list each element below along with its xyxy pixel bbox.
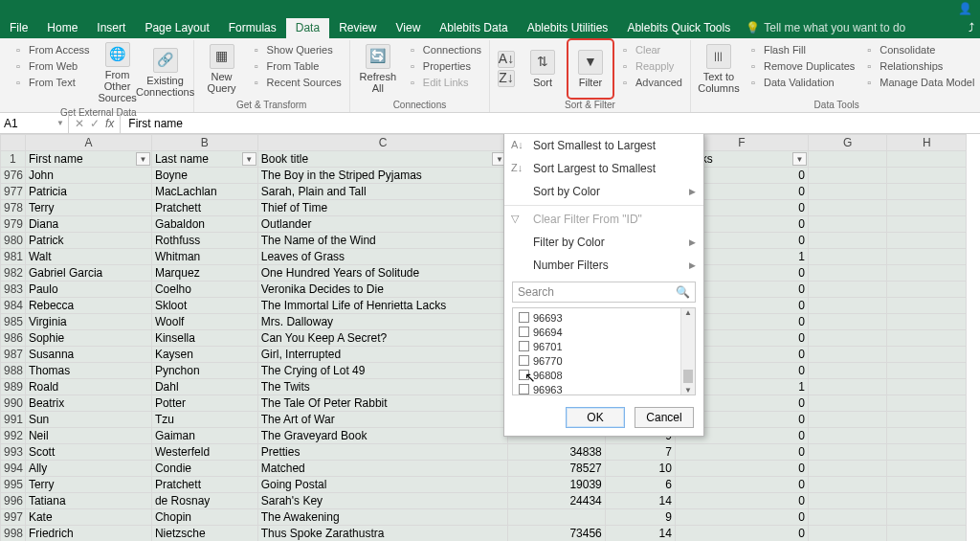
checkbox-icon[interactable] <box>519 327 529 337</box>
recent-sources-item[interactable]: ▫Recent Sources <box>248 75 344 90</box>
filter-values-list[interactable]: 966939669496701967709680896963 (Blanks) … <box>512 307 696 395</box>
table-row[interactable]: 986SophieKinsellaCan You Keep A Secret?1… <box>1 330 967 347</box>
checkbox-icon[interactable] <box>519 341 529 351</box>
show-queries-item[interactable]: ▫Show Queries <box>248 42 344 57</box>
filter-value-item[interactable]: 96693 <box>515 310 693 325</box>
filter-dropdown-icon[interactable]: ▼ <box>136 152 150 166</box>
sort-by-color-item[interactable]: Sort by Color▶ <box>504 180 703 203</box>
flash-fill-item[interactable]: ▫Flash Fill <box>745 42 857 57</box>
consolidate-item[interactable]: ▫Consolidate <box>860 42 976 57</box>
row-header[interactable]: 977 <box>1 184 26 200</box>
number-filters-item[interactable]: Number Filters▶ <box>504 254 703 277</box>
table-row[interactable]: 993ScottWesterfeldPretties3483870 <box>1 444 967 461</box>
from-text-item[interactable]: ▫From Text <box>10 75 92 90</box>
row-header[interactable]: 994 <box>1 461 26 477</box>
table-row[interactable]: 980PatrickRothfussThe Name of the Wind10 <box>1 233 967 249</box>
table-row[interactable]: 995TerryPratchettGoing Postal1903960 <box>1 477 967 493</box>
relationships-item[interactable]: ▫Relationships <box>860 58 976 74</box>
tab-page-layout[interactable]: Page Layout <box>135 18 218 38</box>
row-header[interactable]: 976 <box>1 168 26 184</box>
row-header[interactable]: 993 <box>1 444 26 461</box>
table-row[interactable]: 989RoaldDahlThe Twits101 <box>1 379 967 395</box>
select-all-corner[interactable] <box>1 135 26 151</box>
col-header-H[interactable]: H <box>887 135 967 151</box>
advanced-item[interactable]: ▫Advanced <box>616 75 684 90</box>
table-row[interactable]: 996Tatianade RosnaySarah's Key24434140 <box>1 493 967 509</box>
row-header[interactable]: 982 <box>1 265 26 282</box>
table-header-first-name[interactable]: First name▼ <box>25 151 151 168</box>
table-row[interactable]: 998FriedrichNietzscheThus Spoke Zarathus… <box>1 526 967 542</box>
from-web-item[interactable]: ▫From Web <box>10 58 92 74</box>
checkbox-icon[interactable] <box>519 312 529 323</box>
checkbox-icon[interactable] <box>519 370 529 380</box>
table-row[interactable]: 976JohnBoyneThe Boy in the Striped Pyjam… <box>1 168 967 184</box>
filter-value-item[interactable]: 96701 <box>515 339 693 353</box>
cancel-formula-icon[interactable]: ✕ <box>75 117 84 130</box>
fx-icon[interactable]: fx <box>105 117 114 130</box>
tab-data[interactable]: Data <box>286 18 329 38</box>
from-table-item[interactable]: ▫From Table <box>248 58 344 74</box>
table-row[interactable]: 985VirginiaWoolfMrs. Dalloway50 <box>1 314 967 330</box>
scrollbar[interactable]: ▲ ▼ <box>680 308 695 394</box>
share-icon[interactable]: ⤴ <box>969 21 974 34</box>
table-row[interactable]: 978TerryPratchettThief of Time30 <box>1 200 967 216</box>
refresh-all-button[interactable]: 🔄 Refresh All <box>356 40 400 98</box>
row-header[interactable]: 984 <box>1 298 26 314</box>
tab-view[interactable]: View <box>387 18 431 38</box>
table-row[interactable]: 990BeatrixPotterThe Tale Of Peter Rabbit… <box>1 395 967 412</box>
row-header[interactable]: 986 <box>1 330 26 347</box>
tab-review[interactable]: Review <box>329 18 386 38</box>
row-header[interactable]: 985 <box>1 314 26 330</box>
table-row[interactable]: 982Gabriel GarciaMarquezOne Hundred Year… <box>1 265 967 282</box>
tell-me[interactable]: 💡 Tell me what you want to do <box>746 21 905 34</box>
table-row[interactable]: 992NeilGaimanThe Graveyard Book90 <box>1 428 967 444</box>
table-row[interactable]: 987SusannaKaysenGirl, Interrupted10 <box>1 347 967 363</box>
sort-smallest-item[interactable]: A↓ Sort Smallest to Largest <box>504 134 703 157</box>
formula-input[interactable]: First name <box>121 117 980 130</box>
remove-duplicates-item[interactable]: ▫Remove Duplicates <box>745 58 857 74</box>
filter-value-item[interactable]: 96808 <box>515 368 693 382</box>
cancel-button[interactable]: Cancel <box>635 407 694 428</box>
tab-insert[interactable]: Insert <box>87 18 135 38</box>
table-row[interactable]: 979DianaGabaldonOutlander180 <box>1 216 967 233</box>
row-header[interactable]: 981 <box>1 249 26 265</box>
properties-item[interactable]: ▫Properties <box>404 58 483 74</box>
tab-formulas[interactable]: Formulas <box>219 18 286 38</box>
filter-value-item[interactable]: 96770 <box>515 353 693 368</box>
scroll-down-icon[interactable]: ▼ <box>681 386 695 394</box>
connections-item[interactable]: ▫Connections <box>404 42 483 57</box>
account-icon[interactable]: 👤 <box>958 2 972 15</box>
row-header[interactable]: 991 <box>1 412 26 428</box>
from-access-item[interactable]: ▫From Access <box>10 42 92 57</box>
table-row[interactable]: 984RebeccaSklootThe Immortal Life of Hen… <box>1 298 967 314</box>
row-header[interactable]: 998 <box>1 526 26 542</box>
row-header[interactable]: 989 <box>1 379 26 395</box>
row-header[interactable]: 983 <box>1 282 26 298</box>
row-header[interactable]: 992 <box>1 428 26 444</box>
filter-button[interactable]: ▼ Filter <box>568 40 612 98</box>
col-header-G[interactable]: G <box>808 135 887 151</box>
scroll-thumb[interactable] <box>683 370 693 383</box>
checkbox-icon[interactable] <box>519 355 529 366</box>
worksheet[interactable]: ABCDEFGH 1First name▼Last name▼Book titl… <box>0 134 980 541</box>
checkbox-icon[interactable] <box>519 384 529 394</box>
filter-value-item[interactable]: 96963 <box>515 382 693 395</box>
table-row[interactable]: 991SunTzuThe Art of War170 <box>1 412 967 428</box>
table-row[interactable]: 988ThomasPynchonThe Crying of Lot 4910 <box>1 363 967 379</box>
table-row[interactable]: 997KateChopinThe Awakening90 <box>1 509 967 526</box>
filter-dropdown-icon[interactable]: ▼ <box>792 152 807 166</box>
table-row[interactable]: 981WaltWhitmanLeaves of Grass151 <box>1 249 967 265</box>
row-header[interactable]: 997 <box>1 509 26 526</box>
enter-formula-icon[interactable]: ✓ <box>90 117 100 130</box>
filter-search-input[interactable]: Search 🔍 <box>512 282 696 303</box>
tab-ablebits-data[interactable]: Ablebits Data <box>430 18 517 38</box>
table-row[interactable]: 983PauloCoelhoVeronika Decides to Die160 <box>1 282 967 298</box>
tab-ablebits-quick-tools[interactable]: Ablebits Quick Tools <box>617 18 740 38</box>
tab-file[interactable]: File <box>0 18 37 38</box>
from-other-sources-button[interactable]: 🌐 From Other Sources <box>96 40 140 105</box>
row-header[interactable]: 980 <box>1 233 26 249</box>
row-header[interactable]: 979 <box>1 216 26 233</box>
table-row[interactable]: 994AllyCondieMatched78527100 <box>1 461 967 477</box>
tab-ablebits-utilities[interactable]: Ablebits Utilities <box>518 18 618 38</box>
filter-dropdown-icon[interactable]: ▼ <box>242 152 256 166</box>
